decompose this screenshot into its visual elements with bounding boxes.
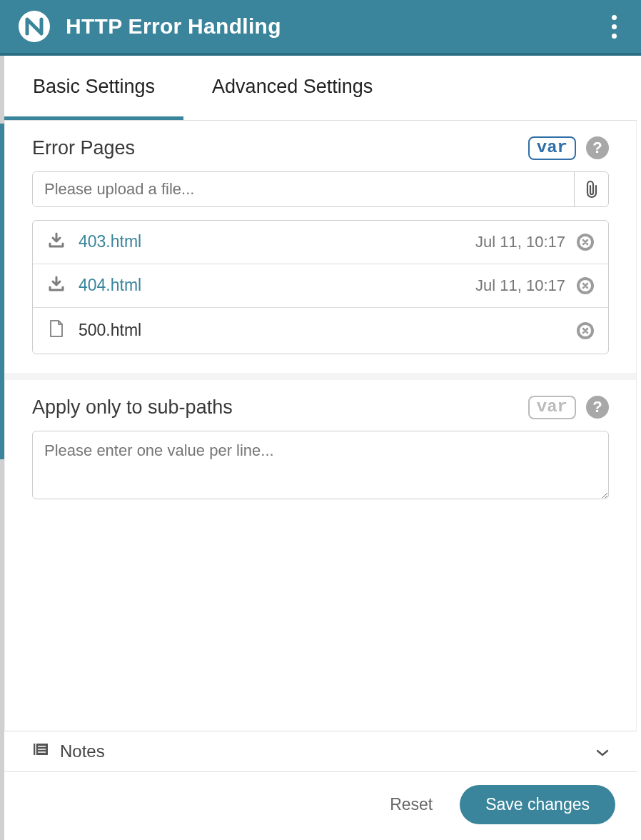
chevron-down-icon — [595, 741, 610, 761]
file-upload-input[interactable] — [33, 172, 574, 206]
help-icon[interactable]: ? — [586, 136, 609, 159]
delete-icon[interactable] — [575, 321, 595, 341]
panel-body: Error Pages var ? — [4, 121, 637, 731]
attach-icon[interactable] — [574, 172, 608, 206]
delete-icon[interactable] — [575, 232, 595, 252]
panel-header: HTTP Error Handling — [0, 0, 641, 56]
download-icon[interactable] — [46, 276, 67, 296]
var-badge[interactable]: var — [528, 136, 576, 160]
left-accent — [0, 56, 4, 840]
subpaths-input[interactable] — [32, 431, 609, 499]
file-timestamp: Jul 11, 10:17 — [475, 233, 565, 251]
file-upload — [32, 171, 609, 207]
panel-footer: Reset Save changes — [4, 772, 637, 840]
var-badge[interactable]: var — [528, 396, 576, 419]
panel-title: HTTP Error Handling — [66, 14, 606, 39]
file-row: 500.html — [33, 307, 608, 354]
section-subpaths: Apply only to sub-paths var ? — [5, 373, 636, 702]
notes-label: Notes — [60, 741, 595, 761]
reset-button[interactable]: Reset — [384, 788, 438, 821]
file-row: 403.html Jul 11, 10:17 — [33, 221, 608, 264]
save-changes-button[interactable]: Save changes — [460, 785, 615, 824]
notes-icon — [31, 741, 50, 761]
tab-advanced-settings[interactable]: Advanced Settings — [183, 56, 401, 120]
help-icon[interactable]: ? — [586, 396, 609, 419]
file-list: 403.html Jul 11, 10:17 — [32, 220, 609, 354]
notes-toggle[interactable]: Notes — [4, 731, 637, 772]
file-name[interactable]: 404.html — [79, 276, 475, 295]
file-name: 500.html — [79, 321, 565, 340]
app-logo-icon — [19, 11, 50, 42]
kebab-menu-icon[interactable] — [606, 9, 622, 44]
delete-icon[interactable] — [575, 276, 595, 296]
section-error-pages: Error Pages var ? — [5, 121, 636, 373]
file-row: 404.html Jul 11, 10:17 — [33, 264, 608, 307]
subpaths-title: Apply only to sub-paths — [32, 396, 528, 419]
file-icon — [46, 319, 67, 342]
error-pages-title: Error Pages — [32, 137, 528, 159]
tab-basic-settings[interactable]: Basic Settings — [4, 56, 183, 120]
tab-bar: Basic Settings Advanced Settings — [4, 56, 637, 121]
file-name[interactable]: 403.html — [79, 232, 475, 251]
file-timestamp: Jul 11, 10:17 — [475, 276, 565, 295]
download-icon[interactable] — [46, 232, 67, 252]
